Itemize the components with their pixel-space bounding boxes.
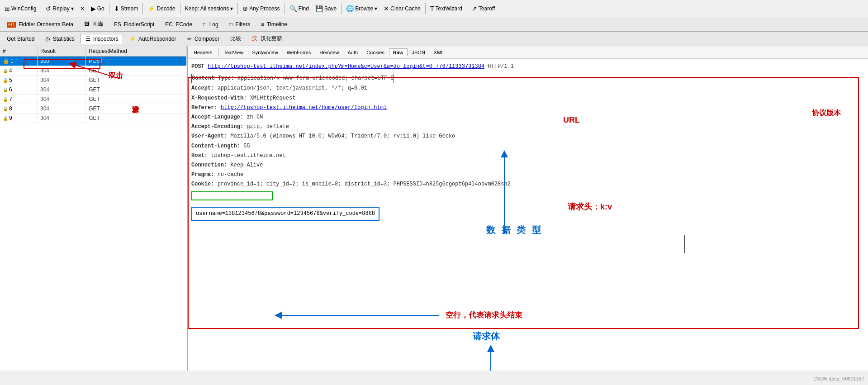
cell-result: 304 bbox=[38, 114, 86, 123]
tab-bijiao[interactable]: 比较 bbox=[225, 33, 246, 44]
tab-inspectors[interactable]: ☰ Inspectors bbox=[81, 34, 123, 44]
header-name: Connection: bbox=[191, 162, 227, 168]
subtab-auth[interactable]: Auth bbox=[344, 48, 362, 57]
cell-method: GET bbox=[86, 95, 187, 104]
toolbar-browse[interactable]: 🌐 Browse ▾ bbox=[343, 4, 380, 13]
replay-arrow: ▾ bbox=[71, 5, 74, 12]
tab-filters[interactable]: □ Filters bbox=[224, 19, 255, 29]
toolbar-decode[interactable]: ⚡ Decode bbox=[145, 4, 178, 13]
tab-inspectors-label: Inspectors bbox=[93, 36, 118, 42]
tab-ecode[interactable]: EC ECode bbox=[160, 19, 197, 29]
header-name: User-Agent: bbox=[191, 133, 227, 139]
toolbar-any-process[interactable]: ⊕ Any Process bbox=[240, 4, 282, 13]
winconfig-icon: ⊞ bbox=[5, 5, 10, 12]
decode-icon: ⚡ bbox=[147, 5, 155, 12]
toolbar-keep[interactable]: Keep: All sessions ▾ bbox=[182, 5, 236, 13]
header-value-link[interactable]: http://tpshop-test.itheima.net/Home/user… bbox=[221, 105, 387, 111]
tab-fiddler-orchestra[interactable]: FO Fiddler Orchestra Beta bbox=[2, 19, 78, 29]
ecode-icon: EC bbox=[165, 21, 173, 28]
toolbar-stream[interactable]: ⬇ Stream bbox=[111, 4, 141, 13]
tabs-row1: FO Fiddler Orchestra Beta 🖼 画廊 FS Fiddle… bbox=[0, 17, 868, 32]
subtab-cookies[interactable]: Cookies bbox=[362, 48, 389, 57]
tab-hanhua[interactable]: 汉 汉化更新 bbox=[247, 33, 287, 44]
table-row[interactable]: 🔒6304GET bbox=[0, 85, 187, 95]
empty-line bbox=[191, 191, 864, 204]
toolbar-tearoff[interactable]: ↗ Tearoff bbox=[469, 4, 498, 13]
toolbar-winconfig[interactable]: ⊞ WinConfig bbox=[2, 4, 39, 13]
toolbar-find-label: Find bbox=[299, 5, 309, 12]
huating-icon: 🖼 bbox=[84, 21, 90, 27]
tab-autoresponder-label: AutoResponder bbox=[138, 36, 176, 42]
header-name: Referer: bbox=[191, 105, 218, 111]
browse-icon: 🌐 bbox=[346, 5, 354, 12]
subtab-textview[interactable]: TextView bbox=[220, 48, 248, 57]
subtab-webforms[interactable]: WebForms bbox=[283, 48, 315, 57]
subtab-headers[interactable]: Headers bbox=[190, 48, 217, 57]
tab-composer[interactable]: ✏ Composer bbox=[182, 34, 225, 44]
col-result: Result bbox=[38, 46, 86, 57]
cell-result: 304 bbox=[38, 85, 86, 95]
tab-log[interactable]: □ Log bbox=[198, 19, 223, 29]
browse-arrow: ▾ bbox=[375, 5, 377, 12]
toolbar-clear-cache[interactable]: ✕ Clear Cache bbox=[381, 4, 423, 13]
main-content: # Result RequestMethod 🔒1200POST🔒4304GET… bbox=[0, 46, 868, 371]
subtab-syntaxview[interactable]: SyntaxView bbox=[248, 48, 282, 57]
textwizard-icon: T bbox=[430, 5, 434, 12]
subtab-divider1 bbox=[218, 48, 218, 57]
toolbar-go[interactable]: ▶ Go bbox=[88, 4, 107, 13]
table-row[interactable]: 🔒8304GET bbox=[0, 104, 187, 114]
statistics-icon: ◷ bbox=[45, 36, 50, 42]
header-value: 55 bbox=[243, 143, 250, 149]
header-content-type: Content-Type: application/x-www-form-url… bbox=[191, 74, 394, 83]
header-line: Content-Length: 55 bbox=[191, 142, 864, 151]
tab-timeline[interactable]: ≡ Timeline bbox=[256, 19, 292, 29]
table-row[interactable]: 🔒7304GET bbox=[0, 95, 187, 104]
toolbar-anyprocess-label: Any Process bbox=[249, 5, 280, 12]
tab-fiddlerscript[interactable]: FS FiddlerScript bbox=[109, 19, 159, 29]
tab-get-started[interactable]: Get Started bbox=[2, 34, 39, 44]
toolbar-clearcache-label: Clear Cache bbox=[390, 5, 421, 12]
header-name: Accept-Encoding: bbox=[191, 124, 243, 130]
filters-icon: □ bbox=[229, 21, 232, 28]
tab-get-started-label: Get Started bbox=[7, 36, 34, 42]
table-row[interactable]: 🔒5304GET bbox=[0, 76, 187, 85]
tab-bijiao-label: 比较 bbox=[230, 35, 241, 42]
tab-autoresponder[interactable]: ⚡ AutoResponder bbox=[124, 34, 181, 44]
request-body: username=13812345678&password=12345678&v… bbox=[191, 207, 864, 221]
subtab-hexview[interactable]: HexView bbox=[315, 48, 343, 57]
tab-huating-label: 画廊 bbox=[92, 21, 103, 27]
tab-composer-label: Composer bbox=[194, 36, 219, 42]
request-line: POST http://tpshop-test.itheima.net/inde… bbox=[191, 62, 864, 71]
toolbar-replay[interactable]: ↺ Replay ▾ bbox=[43, 4, 76, 13]
table-row[interactable]: 🔒4304GET bbox=[0, 66, 187, 76]
find-icon: 🔍 bbox=[289, 5, 297, 12]
fo-badge: FO bbox=[7, 22, 16, 28]
toolbar-x[interactable]: ✕ bbox=[77, 5, 87, 13]
table-row[interactable]: 🔒1200POST bbox=[0, 57, 187, 66]
subtab-xml[interactable]: XML bbox=[430, 48, 448, 57]
toolbar-decode-label: Decode bbox=[157, 5, 175, 12]
clearcache-icon: ✕ bbox=[384, 5, 389, 12]
tab-statistics[interactable]: ◷ Statistics bbox=[40, 34, 79, 44]
tab-huating[interactable]: 🖼 画廊 bbox=[79, 19, 108, 30]
tabs-row2: Get Started ◷ Statistics ☰ Inspectors ⚡ … bbox=[0, 32, 868, 46]
cell-result: 304 bbox=[38, 95, 86, 104]
toolbar-textwizard-label: TextWizard bbox=[436, 5, 462, 12]
toolbar-browse-label: Browse bbox=[355, 5, 373, 12]
toolbar-textwizard[interactable]: T TextWizard bbox=[427, 4, 465, 13]
toolbar-find[interactable]: 🔍 Find bbox=[287, 4, 312, 13]
tab-ecode-label: ECode bbox=[175, 21, 192, 28]
stream-icon: ⬇ bbox=[114, 5, 119, 12]
sessions-table: # Result RequestMethod 🔒1200POST🔒4304GET… bbox=[0, 46, 187, 123]
subtab-json[interactable]: JSON bbox=[408, 48, 429, 57]
toolbar-save[interactable]: 💾 Save bbox=[313, 4, 339, 13]
anyprocess-icon: ⊕ bbox=[242, 5, 248, 12]
header-name: Host: bbox=[191, 152, 208, 159]
table-row[interactable]: 🔒9304GET bbox=[0, 114, 187, 123]
lock-icon: 🔒 bbox=[3, 68, 8, 73]
request-content[interactable]: POST http://tpshop-test.itheima.net/inde… bbox=[188, 59, 868, 371]
composer-icon: ✏ bbox=[187, 36, 192, 42]
toolbar-go-label: Go bbox=[97, 5, 104, 12]
subtab-raw[interactable]: Raw bbox=[389, 48, 408, 57]
request-url[interactable]: http://tpshop-test.itheima.net/index.php… bbox=[208, 63, 484, 70]
